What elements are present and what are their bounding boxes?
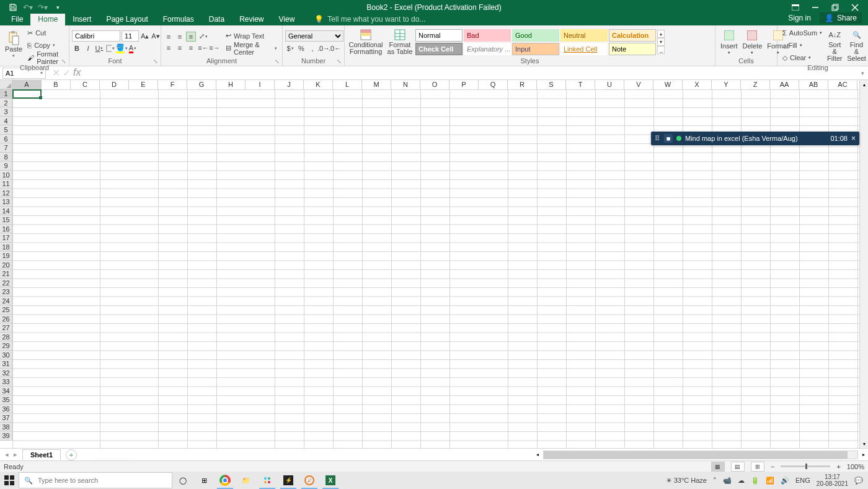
- column-header-K[interactable]: K: [304, 80, 333, 90]
- row-header-2[interactable]: 2: [0, 99, 12, 108]
- row-header-34[interactable]: 34: [0, 387, 12, 396]
- cell-style-explanatory-[interactable]: Explanatory ...: [464, 43, 511, 55]
- new-sheet-button[interactable]: +: [66, 449, 77, 460]
- page-break-view-icon[interactable]: ⊞: [751, 462, 764, 472]
- column-header-D[interactable]: D: [100, 80, 129, 90]
- wifi-icon[interactable]: 📶: [766, 477, 774, 485]
- decrease-font-icon[interactable]: A▾: [151, 31, 160, 41]
- tray-chevron-icon[interactable]: ˄: [713, 477, 717, 485]
- row-header-30[interactable]: 30: [0, 351, 12, 360]
- app-icon[interactable]: ✓: [299, 472, 320, 489]
- row-header-13[interactable]: 13: [0, 197, 12, 207]
- cell-style-neutral[interactable]: Neutral: [560, 29, 608, 42]
- zoom-in-icon[interactable]: +: [836, 463, 840, 470]
- normal-view-icon[interactable]: ▦: [711, 462, 725, 472]
- row-header-18[interactable]: 18: [0, 243, 12, 252]
- start-button[interactable]: [0, 472, 19, 489]
- conditional-formatting-button[interactable]: Conditional Formatting: [347, 27, 384, 56]
- row-header-7[interactable]: 7: [0, 143, 12, 153]
- column-header-N[interactable]: N: [391, 80, 420, 90]
- column-header-P[interactable]: P: [450, 80, 479, 90]
- share-button[interactable]: 👤 Share: [820, 12, 862, 24]
- comma-format-icon[interactable]: ,: [308, 43, 317, 53]
- column-header-Y[interactable]: Y: [712, 80, 741, 90]
- save-icon[interactable]: [9, 3, 17, 12]
- align-center-icon[interactable]: ≡: [175, 43, 185, 53]
- format-painter-button[interactable]: 🖌Format Painter: [25, 52, 66, 64]
- row-header-20[interactable]: 20: [0, 261, 12, 270]
- row-header-39[interactable]: 39: [0, 431, 12, 441]
- active-cell[interactable]: [12, 89, 42, 99]
- hscroll-left-icon[interactable]: ◂: [533, 451, 542, 459]
- sheet-prev-icon[interactable]: ◂: [5, 451, 9, 459]
- column-header-G[interactable]: G: [187, 80, 216, 90]
- styles-up-icon[interactable]: ▴: [657, 30, 665, 38]
- align-left-icon[interactable]: ≡: [164, 43, 174, 53]
- cortana-icon[interactable]: ◯: [172, 472, 193, 489]
- action-center-icon[interactable]: 💬: [854, 477, 863, 485]
- font-size-combo[interactable]: [122, 30, 139, 42]
- language-indicator[interactable]: ENG: [795, 477, 810, 484]
- chrome-icon[interactable]: [215, 472, 236, 489]
- redo-icon[interactable]: ↷▾: [38, 3, 47, 12]
- row-header-32[interactable]: 32: [0, 369, 12, 378]
- row-header-11[interactable]: 11: [0, 179, 12, 189]
- row-header-24[interactable]: 24: [0, 297, 12, 306]
- expand-formula-bar-icon[interactable]: ▾: [857, 70, 868, 76]
- row-header-28[interactable]: 28: [0, 333, 12, 342]
- row-header-16[interactable]: 16: [0, 225, 12, 234]
- row-header-23[interactable]: 23: [0, 287, 12, 297]
- row-header-12[interactable]: 12: [0, 189, 12, 198]
- cell-style-normal[interactable]: Normal: [415, 29, 463, 42]
- cancel-formula-icon[interactable]: ✕: [52, 67, 60, 79]
- number-dialog-launcher[interactable]: ⤡: [337, 58, 343, 65]
- find-select-button[interactable]: 🔍Find & Select: [845, 27, 868, 63]
- column-header-Q[interactable]: Q: [479, 80, 508, 90]
- font-dialog-launcher[interactable]: ⤡: [153, 58, 159, 65]
- tab-review[interactable]: Review: [232, 14, 271, 25]
- slack-icon[interactable]: [257, 472, 278, 489]
- row-header-27[interactable]: 27: [0, 323, 12, 333]
- hscroll-right-icon[interactable]: ▸: [859, 451, 868, 459]
- minimize-icon[interactable]: [811, 3, 820, 12]
- tab-view[interactable]: View: [272, 14, 303, 25]
- row-header-15[interactable]: 15: [0, 215, 12, 225]
- cell-style-calculation[interactable]: Calculation: [609, 29, 656, 42]
- column-header-T[interactable]: T: [566, 80, 595, 90]
- bold-button[interactable]: B: [72, 43, 82, 53]
- font-name-combo[interactable]: [72, 30, 120, 42]
- row-header-36[interactable]: 36: [0, 405, 12, 414]
- sheet-tab-1[interactable]: Sheet1: [22, 449, 61, 460]
- ribbon-display-options-icon[interactable]: [791, 3, 800, 12]
- row-header-6[interactable]: 6: [0, 135, 12, 144]
- scroll-up-icon[interactable]: ▴: [860, 80, 868, 89]
- format-as-table-button[interactable]: Format as Table: [384, 27, 415, 56]
- row-header-5[interactable]: 5: [0, 125, 12, 135]
- stop-recording-icon[interactable]: ■: [664, 134, 673, 143]
- formula-bar-input[interactable]: [84, 68, 857, 79]
- column-header-U[interactable]: U: [595, 80, 624, 90]
- row-header-9[interactable]: 9: [0, 161, 12, 171]
- column-header-O[interactable]: O: [420, 80, 450, 90]
- row-header-17[interactable]: 17: [0, 233, 12, 243]
- volume-icon[interactable]: 🔊: [781, 477, 789, 485]
- column-header-J[interactable]: J: [275, 80, 304, 90]
- column-header-M[interactable]: M: [362, 80, 391, 90]
- align-top-icon[interactable]: ≡: [164, 32, 174, 42]
- cell-style-note[interactable]: Note: [609, 43, 656, 55]
- align-bottom-icon[interactable]: ≡: [186, 32, 196, 42]
- select-all-corner[interactable]: [0, 80, 12, 89]
- taskbar-search[interactable]: 🔍 Type here to search: [19, 472, 172, 488]
- row-header-3[interactable]: 3: [0, 107, 12, 117]
- row-header-19[interactable]: 19: [0, 251, 12, 261]
- column-header-E[interactable]: E: [129, 80, 158, 90]
- column-header-A[interactable]: A: [12, 80, 42, 90]
- horizontal-scrollbar[interactable]: ◂ ▸: [533, 451, 868, 459]
- autosum-button[interactable]: ΣAutoSum▾: [780, 27, 825, 39]
- row-header-4[interactable]: 4: [0, 117, 12, 126]
- font-color-button[interactable]: A: [128, 43, 138, 53]
- row-header-29[interactable]: 29: [0, 341, 12, 351]
- tab-insert[interactable]: Insert: [65, 14, 99, 25]
- maximize-icon[interactable]: [831, 3, 839, 12]
- increase-indent-icon[interactable]: ≡→: [210, 43, 219, 53]
